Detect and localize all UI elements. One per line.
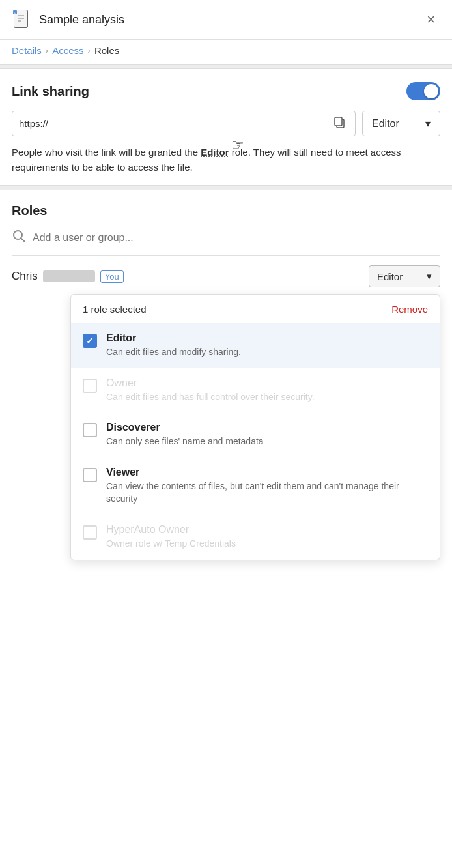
dropdown-item-owner: Owner Can edit files and has full contro… [71, 368, 440, 413]
user-role-arrow: ▾ [427, 270, 432, 282]
link-sharing-header: Link sharing [12, 82, 440, 100]
item-text-discoverer: Discoverer Can only see files' name and … [106, 422, 264, 448]
section-divider-1 [0, 64, 452, 69]
roles-section: Roles Chris You Editor ▾ 1 role sel [0, 190, 452, 297]
svg-rect-8 [335, 117, 342, 126]
item-desc-editor: Can edit files and modify sharing. [106, 346, 241, 359]
dropdown-header: 1 role selected Remove [71, 295, 440, 323]
item-desc-discoverer: Can only see files' name and metadata [106, 435, 264, 448]
item-desc-hyperauto: Owner role w/ Temp Credentials [106, 538, 236, 551]
link-desc-role: Editor [201, 147, 229, 158]
breadcrumb-roles: Roles [94, 45, 119, 56]
section-divider-2 [0, 185, 452, 190]
dropdown-item-discoverer[interactable]: Discoverer Can only see files' name and … [71, 412, 440, 457]
user-role-dropdown[interactable]: Editor ▾ [369, 265, 440, 287]
toggle-thumb [424, 84, 438, 98]
header: ✎ Sample analysis × [0, 0, 452, 40]
breadcrumb-sep-1: › [46, 46, 48, 55]
link-sharing-section: Link sharing Editor ▾ [0, 69, 452, 185]
user-row: Chris You Editor ▾ 1 role selected Remov… [12, 256, 440, 297]
panel: ✎ Sample analysis × Details › Access › R… [0, 0, 452, 868]
item-text-viewer: Viewer Can view the contents of files, b… [106, 467, 428, 506]
toggle-track [406, 82, 440, 100]
item-desc-viewer: Can view the contents of files, but can'… [106, 480, 428, 506]
search-row [12, 229, 440, 256]
url-input[interactable] [19, 111, 330, 136]
document-icon: ✎ [12, 9, 33, 30]
item-title-owner: Owner [106, 377, 315, 389]
item-title-viewer: Viewer [106, 467, 428, 478]
you-badge: You [100, 270, 124, 283]
item-title-discoverer: Discoverer [106, 422, 264, 433]
checkbox-owner [83, 379, 97, 393]
breadcrumb-details[interactable]: Details [12, 45, 42, 56]
search-input[interactable] [33, 232, 440, 244]
copy-url-button[interactable] [330, 113, 348, 134]
item-text-editor: Editor Can edit files and modify sharing… [106, 332, 241, 359]
url-role-arrow: ▾ [425, 117, 431, 130]
url-input-wrap [12, 111, 356, 136]
close-button[interactable]: × [421, 10, 440, 29]
breadcrumb-access[interactable]: Access [52, 45, 83, 56]
roles-title: Roles [12, 203, 440, 218]
item-text-owner: Owner Can edit files and has full contro… [106, 377, 315, 404]
checkbox-viewer [83, 468, 97, 482]
svg-line-10 [21, 239, 25, 242]
link-desc-prefix: People who visit the link will be grante… [12, 147, 201, 158]
user-role-label: Editor [377, 271, 403, 282]
url-role-dropdown[interactable]: Editor ▾ [362, 111, 440, 136]
user-name: Chris [12, 270, 38, 283]
dropdown-item-hyperauto: HyperAuto Owner Owner role w/ Temp Crede… [71, 515, 440, 560]
url-role-label: Editor [372, 118, 399, 130]
item-text-hyperauto: HyperAuto Owner Owner role w/ Temp Crede… [106, 524, 236, 551]
link-sharing-toggle[interactable] [406, 82, 440, 100]
remove-button[interactable]: Remove [391, 304, 428, 315]
item-desc-owner: Can edit files and has full control over… [106, 391, 315, 404]
breadcrumb-sep-2: › [88, 46, 91, 55]
checkbox-editor [83, 334, 97, 348]
role-dropdown-menu: 1 role selected Remove Editor Can edit f… [70, 294, 440, 560]
user-avatar [43, 270, 95, 282]
item-title-editor: Editor [106, 332, 241, 344]
checkbox-hyperauto [83, 525, 97, 540]
roles-selected-text: 1 role selected [83, 304, 147, 315]
link-sharing-title: Link sharing [12, 84, 89, 99]
item-title-hyperauto: HyperAuto Owner [106, 524, 236, 536]
url-row: Editor ▾ [12, 111, 440, 136]
dropdown-item-editor[interactable]: Editor Can edit files and modify sharing… [71, 323, 440, 368]
dropdown-item-viewer[interactable]: Viewer Can view the contents of files, b… [71, 457, 440, 515]
checkbox-discoverer [83, 423, 97, 437]
link-sharing-description: People who visit the link will be grante… [12, 145, 440, 175]
search-icon [12, 229, 26, 246]
breadcrumb: Details › Access › Roles [0, 40, 452, 64]
header-title: Sample analysis [39, 13, 421, 27]
svg-text:✎: ✎ [14, 12, 16, 16]
